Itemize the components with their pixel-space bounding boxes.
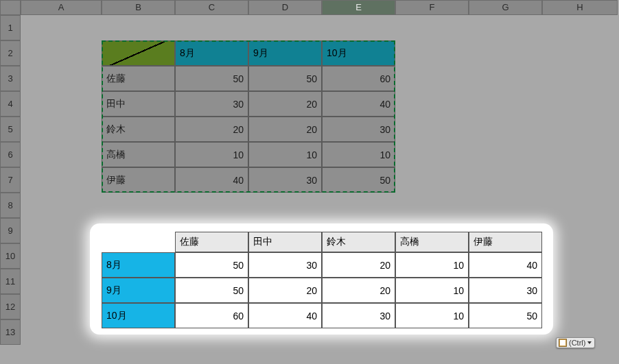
dest-val-0-3[interactable]: 10 xyxy=(395,252,469,278)
source-val-0-2[interactable]: 60 xyxy=(322,66,395,91)
col-header-A[interactable]: A xyxy=(21,0,102,15)
row-header-8[interactable]: 8 xyxy=(0,193,21,218)
source-val-1-1[interactable]: 20 xyxy=(248,91,322,117)
paste-options-button[interactable]: (Ctrl) xyxy=(556,337,595,348)
source-val-4-0[interactable]: 40 xyxy=(175,167,248,193)
col-header-D[interactable]: D xyxy=(248,0,322,15)
dest-val-1-1[interactable]: 20 xyxy=(248,278,322,303)
source-val-4-2[interactable]: 50 xyxy=(322,167,395,193)
dest-name-2[interactable]: 鈴木 xyxy=(322,232,395,252)
source-val-3-1[interactable]: 10 xyxy=(248,142,322,167)
dest-val-1-3[interactable]: 10 xyxy=(395,278,469,303)
source-month-10[interactable]: 10月 xyxy=(322,40,395,66)
dest-name-0[interactable]: 佐藤 xyxy=(175,232,248,252)
source-val-0-0[interactable]: 50 xyxy=(175,66,248,91)
row-header-7[interactable]: 7 xyxy=(0,167,21,193)
source-val-2-0[interactable]: 20 xyxy=(175,117,248,142)
spreadsheet-grid[interactable]: A B C D E F G H 1 2 3 4 5 6 7 8 9 10 11 … xyxy=(0,0,619,364)
paste-options-label: (Ctrl) xyxy=(569,339,585,347)
dest-val-0-0[interactable]: 50 xyxy=(175,252,248,278)
chevron-down-icon xyxy=(587,341,592,344)
source-val-4-1[interactable]: 30 xyxy=(248,167,322,193)
dest-val-2-1[interactable]: 40 xyxy=(248,303,322,328)
row-header-11[interactable]: 11 xyxy=(0,269,21,294)
col-header-E[interactable]: E xyxy=(322,0,395,15)
source-name-4[interactable]: 伊藤 xyxy=(102,167,175,193)
row-header-6[interactable]: 6 xyxy=(0,142,21,167)
source-val-2-2[interactable]: 30 xyxy=(322,117,395,142)
source-val-3-0[interactable]: 10 xyxy=(175,142,248,167)
dest-val-2-4[interactable]: 50 xyxy=(469,303,542,328)
source-val-2-1[interactable]: 20 xyxy=(248,117,322,142)
dest-val-1-4[interactable]: 30 xyxy=(469,278,542,303)
source-name-1[interactable]: 田中 xyxy=(102,91,175,117)
dest-month-2[interactable]: 10月 xyxy=(102,303,175,328)
col-header-H[interactable]: H xyxy=(542,0,618,15)
select-all-corner[interactable] xyxy=(0,0,21,15)
row-header-10[interactable]: 10 xyxy=(0,243,21,269)
row-header-2[interactable]: 2 xyxy=(0,40,21,66)
source-val-1-2[interactable]: 40 xyxy=(322,91,395,117)
row-header-1[interactable]: 1 xyxy=(0,15,21,40)
row-header-12[interactable]: 12 xyxy=(0,294,21,319)
source-val-0-1[interactable]: 50 xyxy=(248,66,322,91)
dest-val-0-1[interactable]: 30 xyxy=(248,252,322,278)
dest-val-0-2[interactable]: 20 xyxy=(322,252,395,278)
source-month-8[interactable]: 8月 xyxy=(175,40,248,66)
source-name-0[interactable]: 佐藤 xyxy=(102,66,175,91)
source-val-1-0[interactable]: 30 xyxy=(175,91,248,117)
dest-val-1-2[interactable]: 20 xyxy=(322,278,395,303)
source-corner[interactable] xyxy=(102,40,175,66)
row-header-5[interactable]: 5 xyxy=(0,117,21,142)
dest-name-4[interactable]: 伊藤 xyxy=(469,232,542,252)
source-name-2[interactable]: 鈴木 xyxy=(102,117,175,142)
col-header-F[interactable]: F xyxy=(395,0,469,15)
dest-val-2-0[interactable]: 60 xyxy=(175,303,248,328)
col-header-G[interactable]: G xyxy=(469,0,542,15)
source-name-3[interactable]: 高橋 xyxy=(102,142,175,167)
col-header-C[interactable]: C xyxy=(175,0,248,15)
dest-val-2-3[interactable]: 10 xyxy=(395,303,469,328)
dest-name-1[interactable]: 田中 xyxy=(248,232,322,252)
row-header-4[interactable]: 4 xyxy=(0,91,21,117)
row-header-9[interactable]: 9 xyxy=(0,218,21,243)
dest-month-1[interactable]: 9月 xyxy=(102,278,175,303)
row-header-13[interactable]: 13 xyxy=(0,319,21,345)
col-header-B[interactable]: B xyxy=(102,0,175,15)
dest-val-1-0[interactable]: 50 xyxy=(175,278,248,303)
dest-val-0-4[interactable]: 40 xyxy=(469,252,542,278)
row-header-3[interactable]: 3 xyxy=(0,66,21,91)
dest-month-0[interactable]: 8月 xyxy=(102,252,175,278)
dest-name-3[interactable]: 高橋 xyxy=(395,232,469,252)
source-val-3-2[interactable]: 10 xyxy=(322,142,395,167)
source-month-9[interactable]: 9月 xyxy=(248,40,322,66)
clipboard-icon xyxy=(559,339,567,347)
dest-val-2-2[interactable]: 30 xyxy=(322,303,395,328)
